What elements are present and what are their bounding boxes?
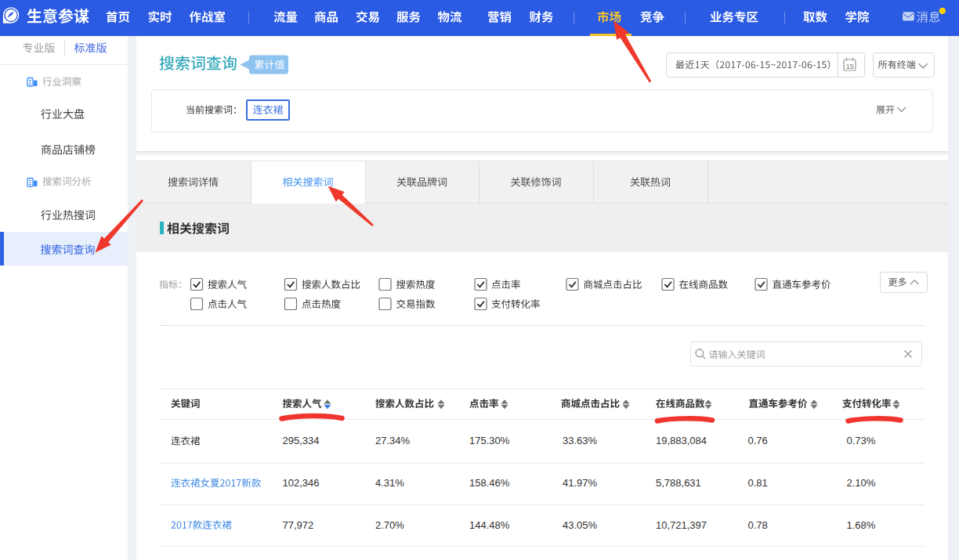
svg-text:15: 15 bbox=[846, 63, 854, 70]
